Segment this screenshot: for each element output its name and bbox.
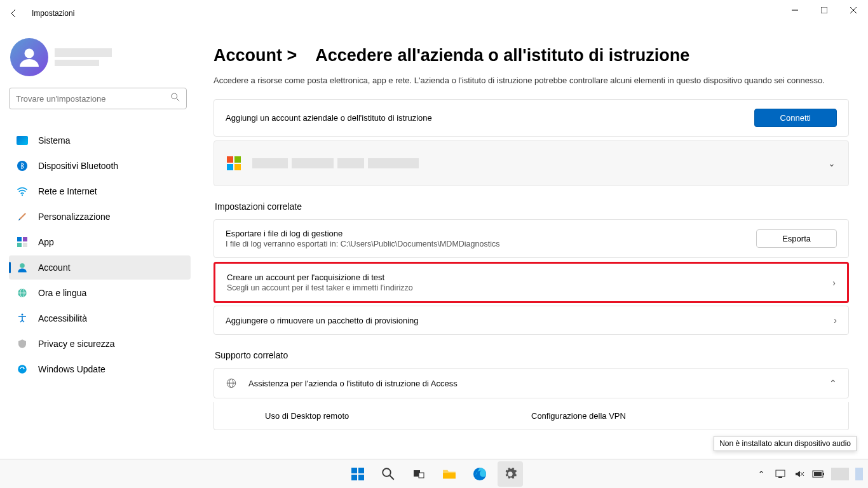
bluetooth-icon <box>17 160 28 172</box>
wifi-icon <box>17 186 28 197</box>
chevron-right-icon: › <box>834 315 837 325</box>
tray-volume-muted-icon[interactable] <box>793 468 806 480</box>
nav-label: Windows Update <box>38 364 105 374</box>
taskbar-settings[interactable] <box>498 461 523 487</box>
svg-rect-1 <box>821 7 827 13</box>
svg-rect-24 <box>351 475 357 480</box>
nav-label: Account <box>38 262 71 273</box>
svg-point-4 <box>25 49 34 58</box>
svg-line-6 <box>177 98 179 101</box>
card-label: Aggiungere o rimuovere un pacchetto di p… <box>226 316 419 325</box>
sidebar-item-time[interactable]: Ora e lingua <box>9 281 191 305</box>
svg-point-13 <box>20 263 25 268</box>
svg-rect-33 <box>778 477 782 478</box>
start-button[interactable] <box>345 461 370 487</box>
search-input[interactable] <box>9 88 187 109</box>
svg-point-17 <box>22 314 24 316</box>
svg-rect-25 <box>358 475 364 480</box>
chevron-down-icon: ⌄ <box>828 158 836 168</box>
tray-chevron-icon[interactable]: ⌃ <box>755 468 768 480</box>
system-icon <box>17 135 28 146</box>
window-title: Impostazioni <box>32 9 74 18</box>
svg-point-18 <box>18 365 27 374</box>
support-link-remote[interactable]: Uso di Desktop remoto <box>265 411 531 421</box>
user-profile[interactable] <box>9 33 191 88</box>
svg-rect-38 <box>814 472 822 476</box>
svg-rect-29 <box>419 473 424 478</box>
card-label: Assistenza per l'azienda o l'istituto di… <box>248 379 458 388</box>
svg-rect-11 <box>17 243 22 247</box>
support-card[interactable]: Assistenza per l'azienda o l'istituto di… <box>214 368 849 398</box>
connected-account-card[interactable]: ⌄ <box>214 140 849 186</box>
svg-line-27 <box>390 475 394 479</box>
tray-clock-redacted[interactable] <box>831 468 849 480</box>
card-sub: I file di log verranno esportati in: C:\… <box>226 240 499 248</box>
svg-point-8 <box>22 194 23 196</box>
help-globe-icon <box>226 377 237 389</box>
svg-point-5 <box>172 93 177 99</box>
card-label: Esportare i file di log di gestione <box>226 229 499 238</box>
page-title: Accedere all'azienda o all'istituto di i… <box>315 46 689 65</box>
nav-label: Sistema <box>38 135 71 146</box>
nav-label: Rete e Internet <box>38 186 97 196</box>
nav-label: Ora e lingua <box>38 288 86 298</box>
user-name-redacted <box>55 48 112 66</box>
maximize-button[interactable] <box>810 0 839 20</box>
card-label: Aggiungi un account aziendale o dell'ist… <box>226 113 432 123</box>
support-links-row: Uso di Desktop remoto Configurazione del… <box>214 402 848 430</box>
nav-label: App <box>38 237 54 247</box>
taskbar-search[interactable] <box>376 461 401 487</box>
sidebar-item-update[interactable]: Windows Update <box>9 357 191 381</box>
taskbar: ⌃ <box>0 459 868 488</box>
export-logs-card: Esportare i file di log di gestione I fi… <box>214 219 849 258</box>
sidebar-item-accounts[interactable]: Account <box>9 255 191 280</box>
tray-notifications-redacted[interactable] <box>855 468 863 480</box>
svg-rect-37 <box>823 473 824 475</box>
sidebar-item-bluetooth[interactable]: Dispositivi Bluetooth <box>9 154 191 178</box>
chevron-right-icon: › <box>832 278 836 288</box>
apps-icon <box>17 236 28 248</box>
svg-rect-9 <box>17 237 22 241</box>
nav-label: Accessibilità <box>38 313 87 323</box>
related-settings-label: Impostazioni correlate <box>215 201 849 212</box>
export-button[interactable]: Esporta <box>756 229 837 248</box>
minimize-button[interactable] <box>780 0 810 20</box>
taskbar-taskview[interactable] <box>406 461 431 487</box>
tray-network-icon[interactable] <box>774 468 787 480</box>
sidebar-item-network[interactable]: Rete e Internet <box>9 179 191 203</box>
sidebar-item-accessibility[interactable]: Accessibilità <box>9 306 191 330</box>
provisioning-card[interactable]: Aggiungere o rimuovere un pacchetto di p… <box>214 306 849 335</box>
card-label: Creare un account per l'acquisizione di … <box>227 273 413 282</box>
add-work-account-card: Aggiungi un account aziendale o dell'ist… <box>214 99 849 137</box>
test-account-card[interactable]: Creare un account per l'acquisizione di … <box>215 264 847 301</box>
shield-icon <box>17 338 28 349</box>
card-sub: Scegli un account per il test taker e im… <box>227 283 413 292</box>
sidebar-item-apps[interactable]: App <box>9 230 191 254</box>
update-icon <box>17 363 28 375</box>
back-button[interactable] <box>6 6 22 21</box>
support-link-vpn[interactable]: Configurazione della VPN <box>531 411 797 421</box>
search-icon <box>171 93 180 104</box>
page-description: Accedere a risorse come posta elettronic… <box>214 76 849 85</box>
account-icon <box>17 262 28 273</box>
account-name-redacted <box>252 158 419 168</box>
avatar <box>10 38 48 76</box>
svg-rect-30 <box>443 473 456 478</box>
nav-label: Personalizzazione <box>38 212 111 222</box>
sidebar-item-system[interactable]: Sistema <box>9 128 191 152</box>
nav-label: Privacy e sicurezza <box>38 339 115 349</box>
taskbar-edge[interactable] <box>467 461 492 487</box>
svg-rect-12 <box>23 243 27 247</box>
sidebar-item-privacy[interactable]: Privacy e sicurezza <box>9 332 191 356</box>
sidebar-item-personalization[interactable]: Personalizzazione <box>9 205 191 229</box>
support-label: Supporto correlato <box>215 350 849 360</box>
brush-icon <box>17 211 28 222</box>
chevron-up-icon: ⌃ <box>829 378 837 388</box>
taskbar-explorer[interactable] <box>437 461 462 487</box>
accessibility-icon <box>17 313 28 324</box>
close-button[interactable] <box>839 0 868 20</box>
tray-battery-icon[interactable] <box>812 468 825 480</box>
crumb-root[interactable]: Account > <box>214 46 297 65</box>
audio-tooltip: Non è installato alcun dispositivo audio <box>714 436 857 451</box>
connect-button[interactable]: Connetti <box>754 109 837 127</box>
